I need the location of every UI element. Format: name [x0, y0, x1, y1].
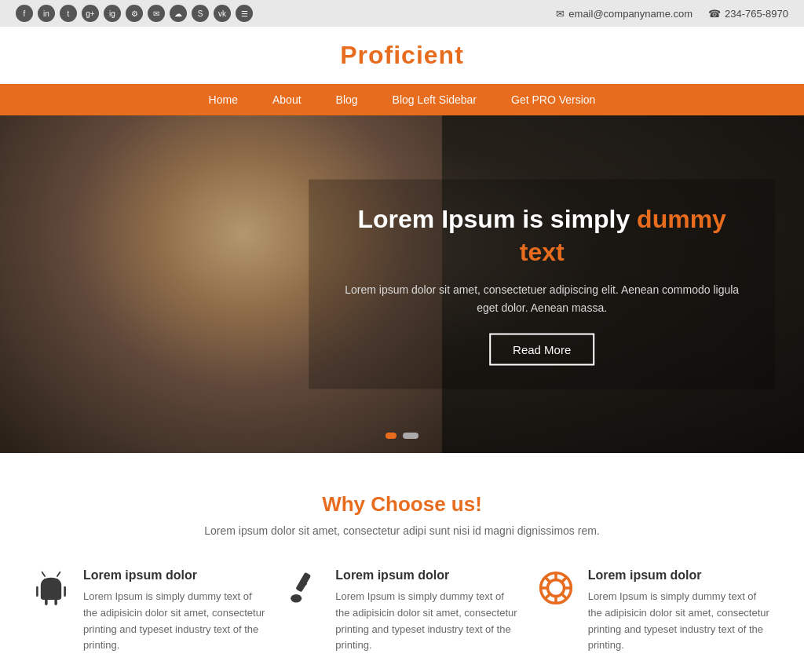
social-facebook[interactable]: f	[16, 5, 33, 22]
feature-lifering-text: Lorem ipsum dolor Lorem Ipsum is simply …	[588, 568, 773, 654]
social-cloud[interactable]: ☁	[170, 5, 187, 22]
slider-dot-2[interactable]	[403, 433, 418, 439]
hero-content: Lorem Ipsum is simply dummy text Lorem i…	[309, 180, 775, 389]
social-menu[interactable]: ☰	[236, 5, 253, 22]
nav-get-pro[interactable]: Get PRO Version	[494, 84, 612, 115]
social-instagram[interactable]: ig	[104, 5, 121, 22]
social-vk[interactable]: vk	[214, 5, 231, 22]
site-header: Proficient	[0, 27, 804, 84]
nav-blog-left-sidebar[interactable]: Blog Left Sidebar	[375, 84, 494, 115]
social-linkedin[interactable]: in	[38, 5, 55, 22]
feature-android-desc: Lorem Ipsum is simply dummy text of the …	[83, 589, 268, 654]
slider-dots	[386, 433, 418, 439]
feature-brush-desc: Lorem Ipsum is simply dummy text of the …	[335, 589, 520, 654]
lifering-icon	[536, 568, 576, 608]
main-nav: Home About Blog Blog Left Sidebar Get PR…	[0, 84, 804, 115]
title-rest: roficient	[358, 41, 464, 69]
why-title-plain: Why	[322, 492, 371, 516]
top-bar: f in t g+ ig ⚙ ✉ ☁ S vk ☰ ✉ email@compan…	[0, 0, 804, 27]
feature-brush-text: Lorem ipsum dolor Lorem Ipsum is simply …	[335, 568, 520, 654]
contact-info: ✉ email@companyname.com ☎ 234-765-8970	[556, 8, 788, 20]
email-icon: ✉	[556, 8, 565, 20]
title-highlight-p: P	[340, 41, 357, 69]
why-section: Why Choose us! Lorem ipsum dolor sit ame…	[0, 453, 804, 672]
feature-lifering-heading: Lorem ipsum dolor	[588, 568, 773, 583]
feature-android-text: Lorem ipsum dolor Lorem Ipsum is simply …	[83, 568, 268, 654]
email-text: email@companyname.com	[568, 8, 693, 20]
hero-title: Lorem Ipsum is simply dummy text	[340, 203, 744, 268]
hero-description: Lorem ipsum dolor sit amet, consectetuer…	[340, 281, 744, 316]
feature-android-heading: Lorem ipsum dolor	[83, 568, 268, 583]
feature-brush-heading: Lorem ipsum dolor	[335, 568, 520, 583]
hero-section: Lorem Ipsum is simply dummy text Lorem i…	[0, 115, 804, 453]
site-title: Proficient	[0, 41, 804, 70]
why-subtitle: Lorem ipsum dolor sit amet, consectetur …	[31, 524, 773, 537]
slider-dot-1[interactable]	[386, 433, 397, 439]
social-mail[interactable]: ✉	[148, 5, 165, 22]
svg-point-7	[291, 594, 302, 603]
social-icons: f in t g+ ig ⚙ ✉ ☁ S vk ☰	[16, 5, 253, 22]
read-more-button[interactable]: Read More	[489, 333, 594, 365]
social-settings[interactable]: ⚙	[126, 5, 143, 22]
brush-icon	[283, 568, 323, 608]
hero-title-plain: Lorem Ipsum is simply	[357, 205, 637, 233]
why-title-highlight: Choose us!	[371, 492, 482, 516]
feature-brush: Lorem ipsum dolor Lorem Ipsum is simply …	[283, 568, 520, 654]
social-twitter[interactable]: t	[60, 5, 77, 22]
android-icon	[31, 568, 71, 608]
svg-line-4	[42, 572, 46, 576]
nav-home[interactable]: Home	[192, 84, 255, 115]
nav-about[interactable]: About	[255, 84, 319, 115]
email-contact: ✉ email@companyname.com	[556, 8, 693, 20]
why-title: Why Choose us!	[31, 492, 773, 517]
social-skype[interactable]: S	[192, 5, 209, 22]
svg-rect-6	[296, 572, 312, 593]
feature-lifering-desc: Lorem Ipsum is simply dummy text of the …	[588, 589, 773, 654]
nav-blog[interactable]: Blog	[319, 84, 375, 115]
features-grid: Lorem ipsum dolor Lorem Ipsum is simply …	[31, 568, 773, 654]
phone-contact: ☎ 234-765-8970	[708, 8, 788, 20]
phone-icon: ☎	[708, 8, 721, 20]
svg-line-5	[57, 572, 60, 576]
feature-android: Lorem ipsum dolor Lorem Ipsum is simply …	[31, 568, 268, 654]
phone-text: 234-765-8970	[725, 8, 788, 20]
social-googleplus[interactable]: g+	[82, 5, 99, 22]
feature-lifering: Lorem ipsum dolor Lorem Ipsum is simply …	[536, 568, 773, 654]
